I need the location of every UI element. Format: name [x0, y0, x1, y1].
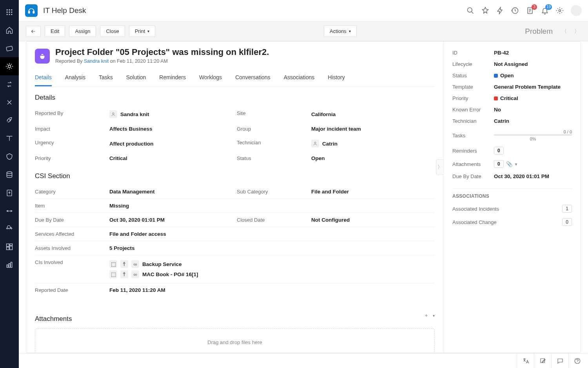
nav-contract-icon[interactable]: [0, 202, 19, 220]
tree-icon: ☨: [120, 270, 128, 278]
assign-button[interactable]: Assign: [69, 26, 96, 37]
svg-rect-17: [7, 247, 9, 250]
associations-heading: ASSOCIATIONS: [452, 188, 572, 199]
technician-value: Catrin: [494, 118, 509, 124]
problem-title: Project Folder "05 Projects" was missing…: [55, 47, 269, 57]
nav-ticket-icon[interactable]: [0, 39, 19, 57]
nav-reports-icon[interactable]: [0, 256, 19, 274]
user-icon: [311, 140, 319, 148]
id-value: PB-42: [494, 50, 509, 56]
close-button[interactable]: Close: [100, 26, 125, 37]
svg-point-4: [9, 11, 10, 13]
edit-button[interactable]: Edit: [45, 26, 65, 37]
bell-icon[interactable]: 19: [541, 7, 549, 15]
search-icon[interactable]: [466, 7, 474, 15]
history-icon[interactable]: [511, 7, 519, 15]
nav-apps-icon[interactable]: [0, 3, 19, 21]
priority-color-icon: [494, 97, 498, 100]
impact-value: Affects Business: [109, 122, 233, 136]
services-value: File and Folder access: [109, 227, 435, 241]
nav-home-icon[interactable]: [0, 21, 19, 39]
nav-change-icon[interactable]: [0, 75, 19, 93]
add-attachment-icon[interactable]: ＋: [424, 312, 429, 318]
notes-badge: 3: [532, 4, 537, 10]
collapse-side-icon[interactable]: 〉: [436, 159, 443, 175]
vertical-nav: [0, 0, 19, 368]
svg-point-11: [9, 119, 11, 120]
status-label: Status: [452, 73, 494, 78]
tab-reminders[interactable]: Reminders: [159, 71, 186, 86]
nav-knowledge-icon[interactable]: [0, 129, 19, 148]
svg-point-1: [9, 9, 10, 11]
bug-icon: [35, 49, 50, 64]
gear-icon[interactable]: [556, 7, 564, 15]
chevron-down-icon[interactable]: ▾: [433, 313, 435, 318]
print-button[interactable]: Print▾: [129, 26, 156, 37]
details-panel: Project Folder "05 Projects" was missing…: [26, 42, 443, 353]
tab-solution[interactable]: Solution: [126, 71, 146, 86]
item-label: Item: [35, 199, 105, 213]
help-icon[interactable]: [568, 353, 586, 368]
attachments-count[interactable]: 0: [494, 160, 504, 168]
priority-value: Critical: [494, 95, 518, 101]
priority-value: Critical: [109, 151, 233, 165]
user-avatar[interactable]: [571, 5, 582, 16]
back-button[interactable]: [26, 26, 41, 37]
svg-point-27: [314, 142, 316, 144]
nav-admin-icon[interactable]: [0, 220, 19, 238]
svg-point-25: [559, 10, 561, 12]
tab-details[interactable]: Details: [35, 71, 52, 86]
tab-history[interactable]: History: [328, 71, 345, 86]
nav-purchase-icon[interactable]: [0, 184, 19, 202]
user-icon: [109, 110, 117, 118]
nav-tools-icon[interactable]: [0, 93, 19, 111]
tab-tasks[interactable]: Tasks: [99, 71, 113, 86]
tab-conversations[interactable]: Conversations: [235, 71, 270, 86]
app-title: IT Help Desk: [43, 6, 86, 15]
group-value: Major incident team: [311, 122, 435, 136]
paperclip-icon[interactable]: 📎: [506, 161, 513, 167]
status-value: Open: [311, 151, 435, 165]
nav-release-icon[interactable]: [0, 111, 19, 129]
urgency-value: Affect production: [109, 136, 233, 151]
pin-icon[interactable]: [481, 7, 489, 15]
compose-icon[interactable]: [534, 353, 551, 368]
svg-rect-16: [10, 246, 13, 250]
assoc-incidents-count[interactable]: 1: [562, 205, 572, 213]
subcategory-value: File and Folder: [311, 185, 435, 199]
cis-value: ⬚☨∞Backup Service ⬚☨∞MAC Book - PO# 16[1…: [109, 255, 435, 283]
bolt-icon[interactable]: [496, 7, 504, 15]
nav-problem-icon[interactable]: [0, 57, 19, 75]
cube-icon: ⬚: [109, 260, 117, 268]
reminders-count[interactable]: 0: [494, 147, 504, 155]
cis-label: CIs Involved: [35, 255, 105, 283]
nav-dashboard-icon[interactable]: [0, 238, 19, 256]
assets-value: 5 Projects: [109, 241, 435, 255]
svg-point-26: [113, 113, 114, 114]
nav-cmdb-icon[interactable]: [0, 166, 19, 184]
actions-button[interactable]: Actions▾: [324, 26, 357, 37]
tab-associations[interactable]: Associations: [284, 71, 315, 86]
link-icon: ∞: [131, 260, 139, 268]
tab-analysis[interactable]: Analysis: [65, 71, 85, 86]
language-icon[interactable]: [517, 353, 534, 368]
notes-icon[interactable]: 3: [526, 7, 534, 15]
category-value: Data Management: [109, 185, 233, 199]
reporter-link[interactable]: Sandra knit: [84, 58, 109, 64]
id-label: ID: [452, 50, 494, 56]
dueby-label: Due By Date: [35, 213, 105, 227]
attachments-label: Attachments: [452, 161, 494, 167]
chevron-down-icon[interactable]: ▾: [515, 162, 517, 166]
prev-record-icon[interactable]: 〈: [560, 27, 568, 36]
chat-icon[interactable]: [551, 353, 568, 368]
technician-label: Technician: [452, 118, 494, 124]
attachment-dropzone[interactable]: Drag and drop files here: [35, 328, 435, 353]
template-label: Template: [452, 84, 494, 90]
next-record-icon[interactable]: 〉: [572, 27, 581, 36]
assoc-change-count[interactable]: 0: [562, 218, 572, 226]
svg-rect-9: [6, 46, 13, 51]
svg-point-2: [11, 9, 12, 11]
svg-point-5: [11, 11, 12, 13]
tab-worklogs[interactable]: Worklogs: [199, 71, 222, 86]
nav-asset-icon[interactable]: [0, 148, 19, 166]
